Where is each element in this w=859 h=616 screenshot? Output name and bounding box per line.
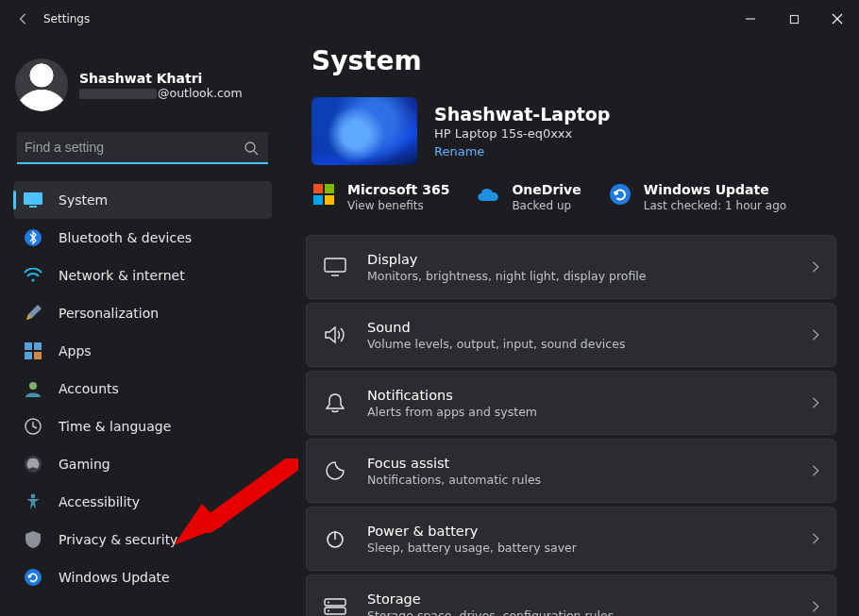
row-focus-assist[interactable]: Focus assist Notifications, automatic ru… (306, 439, 836, 503)
svg-rect-18 (325, 195, 334, 205)
status-windows-update[interactable]: Windows Update Last checked: 1 hour ago (608, 182, 786, 212)
close-button[interactable] (816, 5, 859, 33)
rename-link[interactable]: Rename (434, 144, 610, 158)
window-title: Settings (43, 12, 90, 25)
sidebar-item-accessibility[interactable]: Accessibility (13, 483, 272, 521)
sidebar-item-apps[interactable]: Apps (13, 332, 272, 370)
wifi-icon (23, 265, 43, 286)
row-sub: Storage space, drives, configuration rul… (367, 608, 794, 617)
personalize-icon (23, 303, 43, 324)
sidebar-item-personalization[interactable]: Personalization (13, 294, 272, 332)
row-power-battery[interactable]: Power & battery Sleep, battery usage, ba… (306, 507, 836, 571)
sidebar-item-label: Windows Update (59, 570, 170, 585)
row-notifications[interactable]: Notifications Alerts from apps and syste… (306, 371, 836, 435)
row-sub: Notifications, automatic rules (367, 473, 794, 487)
titlebar: Settings (0, 0, 859, 38)
svg-point-5 (31, 278, 34, 281)
status-title: Microsoft 365 (347, 182, 449, 197)
svg-point-14 (25, 569, 42, 586)
sidebar-item-privacy-security[interactable]: Privacy & security (13, 521, 272, 558)
status-sub: View benefits (347, 199, 449, 212)
power-icon (322, 525, 348, 552)
svg-rect-20 (325, 258, 345, 272)
status-sub: Last checked: 1 hour ago (644, 199, 786, 212)
status-sub: Backed up (512, 199, 581, 212)
chevron-right-icon (809, 396, 822, 409)
minimize-button[interactable] (729, 5, 772, 33)
sidebar-item-label: Privacy & security (59, 532, 177, 547)
profile-block[interactable]: Shashwat Khatri @outlook.com (15, 58, 272, 111)
sidebar: Shashwat Khatri @outlook.com System (0, 38, 283, 616)
svg-rect-8 (25, 352, 32, 359)
row-title: Notifications (367, 388, 794, 403)
svg-rect-2 (24, 192, 42, 205)
device-summary: Shashwat-Laptop HP Laptop 15s-eq0xxx Ren… (312, 97, 836, 165)
status-title: Windows Update (644, 182, 786, 197)
sidebar-item-label: Accessibility (59, 494, 140, 509)
sidebar-item-label: Network & internet (59, 268, 185, 283)
nav-list: System Bluetooth & devices Network & int… (13, 181, 272, 596)
row-display[interactable]: Display Monitors, brightness, night ligh… (306, 235, 836, 299)
status-row: Microsoft 365 View benefits OneDrive Bac… (312, 182, 836, 212)
sidebar-item-windows-update[interactable]: Windows Update (13, 558, 272, 596)
row-sub: Monitors, brightness, night light, displ… (367, 269, 794, 283)
row-title: Power & battery (367, 524, 794, 539)
device-name: Shashwat-Laptop (434, 104, 610, 125)
profile-name: Shashwat Khatri (79, 71, 243, 86)
privacy-icon (23, 529, 43, 550)
status-onedrive[interactable]: OneDrive Backed up (476, 182, 581, 212)
svg-rect-17 (313, 195, 323, 205)
chevron-right-icon (809, 260, 822, 274)
onedrive-icon (476, 182, 500, 207)
search-icon (244, 141, 259, 156)
svg-rect-7 (34, 342, 42, 350)
page-title: System (312, 45, 836, 76)
device-model: HP Laptop 15s-eq0xxx (434, 126, 610, 141)
row-sub: Volume levels, output, input, sound devi… (367, 337, 794, 351)
sidebar-item-label: System (59, 192, 108, 208)
svg-rect-0 (790, 15, 798, 23)
search-input[interactable] (17, 132, 268, 164)
row-title: Focus assist (367, 456, 794, 471)
content: System Shashwat-Laptop HP Laptop 15s-eq0… (283, 38, 859, 616)
chevron-right-icon (809, 532, 822, 545)
sidebar-item-bluetooth[interactable]: Bluetooth & devices (13, 219, 272, 257)
accessibility-icon (23, 491, 43, 512)
row-sound[interactable]: Sound Volume levels, output, input, soun… (306, 303, 836, 367)
storage-icon (322, 593, 348, 616)
gaming-icon (23, 454, 43, 474)
sidebar-item-network[interactable]: Network & internet (13, 257, 272, 294)
row-title: Storage (367, 591, 794, 607)
bluetooth-icon (23, 227, 43, 248)
svg-point-13 (31, 494, 36, 499)
row-sub: Sleep, battery usage, battery saver (367, 541, 794, 555)
row-storage[interactable]: Storage Storage space, drives, configura… (306, 574, 836, 616)
status-microsoft-365[interactable]: Microsoft 365 View benefits (312, 182, 449, 212)
sidebar-item-time-language[interactable]: Time & language (13, 408, 272, 445)
svg-rect-15 (313, 184, 323, 193)
svg-rect-9 (34, 352, 42, 359)
sidebar-item-label: Apps (59, 343, 92, 358)
profile-email: @outlook.com (79, 86, 243, 100)
settings-list: Display Monitors, brightness, night ligh… (306, 235, 836, 616)
svg-point-10 (29, 382, 37, 390)
sidebar-item-system[interactable]: System (13, 181, 272, 219)
device-wallpaper-thumb (312, 97, 417, 165)
svg-point-19 (610, 184, 631, 205)
maximize-button[interactable] (772, 5, 816, 33)
sidebar-item-accounts[interactable]: Accounts (13, 370, 272, 408)
display-icon (322, 254, 348, 280)
sound-icon (322, 322, 348, 348)
svg-point-25 (328, 610, 329, 612)
row-title: Sound (367, 320, 794, 335)
svg-rect-6 (25, 342, 32, 350)
accounts-icon (23, 378, 43, 399)
chevron-right-icon (809, 464, 822, 477)
row-sub: Alerts from apps and system (367, 405, 794, 419)
sidebar-item-gaming[interactable]: Gaming (13, 445, 272, 483)
apps-icon (23, 341, 43, 361)
back-arrow-icon[interactable] (17, 12, 30, 25)
avatar (15, 58, 68, 111)
sidebar-item-label: Personalization (59, 306, 159, 321)
sidebar-item-label: Gaming (59, 457, 110, 472)
